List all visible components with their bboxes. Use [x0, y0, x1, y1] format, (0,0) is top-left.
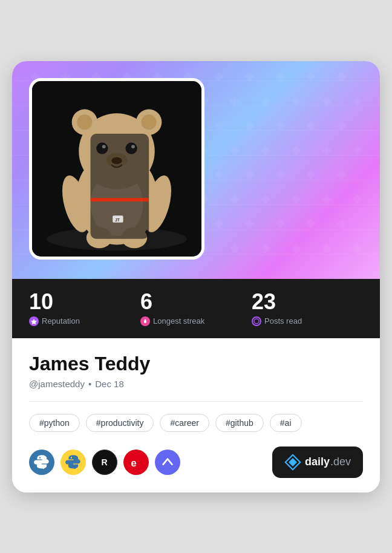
reputation-icon [29, 316, 39, 326]
svg-rect-20 [91, 198, 149, 201]
divider [29, 401, 363, 402]
streak-label: Longest streak [153, 316, 204, 326]
python-yellow-icon[interactable] [60, 450, 86, 475]
profile-card: JT 10 Reputation 6 [12, 61, 380, 492]
username: @jamesteddy [29, 379, 85, 389]
daily-dev-badge[interactable]: daily.dev [272, 447, 363, 478]
svg-point-24 [254, 319, 259, 324]
stats-bar: 10 Reputation 6 Longest streak [12, 279, 380, 338]
avatar: JT [29, 78, 204, 260]
posts-label: Posts read [264, 316, 302, 326]
svg-marker-23 [31, 319, 37, 324]
streak-value: 6 [140, 291, 252, 313]
card-header: JT [12, 61, 380, 279]
svg-point-8 [142, 114, 157, 129]
stat-reputation: 10 Reputation [29, 291, 140, 326]
daily-dev-main-text: daily [305, 456, 330, 468]
meta-dot: • [88, 379, 91, 389]
stat-posts-read: 23 Posts read [252, 291, 363, 326]
tech-icons: R e [29, 450, 180, 475]
tag-github[interactable]: #github [215, 414, 264, 432]
reputation-label-row: Reputation [29, 316, 140, 326]
cumul-icon[interactable] [155, 450, 180, 475]
daily-dev-logo: daily.dev [284, 454, 351, 471]
tag-career[interactable]: #career [160, 414, 209, 432]
daily-dev-icon [284, 454, 301, 471]
profile-meta: @jamesteddy • Dec 18 [29, 379, 363, 389]
posts-icon [252, 316, 261, 326]
stat-longest-streak: 6 Longest streak [140, 291, 252, 326]
reputation-label: Reputation [42, 316, 80, 326]
profile-name: James Teddy [29, 353, 363, 375]
svg-text:e: e [131, 456, 137, 468]
posts-value: 23 [252, 291, 363, 313]
streak-label-row: Longest streak [140, 316, 252, 326]
svg-point-6 [77, 114, 92, 129]
svg-text:R: R [102, 457, 108, 467]
python-blue-icon[interactable] [29, 450, 54, 475]
footer-row: R e [29, 447, 363, 480]
join-date: Dec 18 [95, 379, 124, 389]
avatar-image: JT [32, 81, 201, 257]
reputation-value: 10 [29, 291, 140, 313]
tag-python[interactable]: #python [29, 414, 80, 432]
posts-label-row: Posts read [252, 316, 363, 326]
tag-productivity[interactable]: #productivity [86, 414, 154, 432]
roadmap-icon[interactable]: R [92, 450, 117, 475]
streak-icon [140, 316, 150, 326]
svg-text:JT: JT [115, 217, 120, 221]
edx-icon[interactable]: e [123, 450, 149, 475]
daily-dev-suffix-text: .dev [330, 456, 351, 468]
svg-rect-19 [91, 134, 149, 239]
tags-section: #python #productivity #career #github #a… [29, 414, 363, 432]
profile-section: James Teddy @jamesteddy • Dec 18 #python… [12, 338, 380, 492]
tag-ai[interactable]: #ai [270, 414, 302, 432]
